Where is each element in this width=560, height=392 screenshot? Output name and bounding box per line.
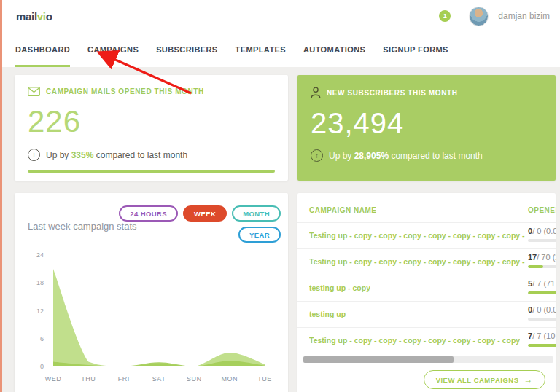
logo-text-part1: mail [16, 10, 37, 23]
y-tick-label: 12 [26, 307, 44, 315]
campaign-stats-chart-card: Last week campaign stats 24 HOURS WEEK M… [15, 193, 288, 392]
logo-text-part3: o [46, 10, 52, 23]
stat-card-title: CAMPAIGN MAILS OPENED THIS MONTH [46, 87, 204, 95]
open-rate-bar [528, 265, 556, 268]
chart-range-filters: 24 HOURS WEEK MONTH YEAR [119, 205, 281, 243]
view-all-campaigns-button[interactable]: VIEW ALL CAMPAIGNS → [424, 370, 545, 389]
area-chart [36, 250, 277, 372]
username[interactable]: damjan bizim [498, 11, 550, 21]
arrow-up-circle-icon: ↑ [311, 149, 323, 162]
table-row[interactable]: Testing up - copy - copy - copy - copy -… [298, 222, 556, 248]
stat-card-value: 226 [28, 106, 275, 137]
opened-cell: 17/ 70 (2 [528, 253, 556, 268]
opened-cell: 5/ 7 (71 [528, 279, 556, 294]
scrollbar-thumb[interactable] [303, 356, 454, 363]
table-header: CAMPAIGN NAME OPENED [298, 193, 556, 222]
filter-month-button[interactable]: MONTH [232, 205, 281, 222]
campaign-name-link[interactable]: testing up [309, 310, 346, 318]
main-nav: DASHBOARD CAMPAIGNS SUBSCRIBERS TEMPLATE… [0, 32, 560, 67]
person-icon [311, 87, 321, 98]
column-campaign-name: CAMPAIGN NAME [309, 206, 376, 214]
trend-text: Up by 28,905% compared to last month [329, 151, 483, 161]
open-rate-bar [528, 291, 556, 294]
nav-item-signup-forms[interactable]: SIGNUP FORMS [383, 32, 448, 67]
table-row[interactable]: Testing up - copy - copy - copy - copy -… [298, 327, 556, 353]
y-tick-label: 18 [26, 279, 44, 286]
campaigns-table-card: CAMPAIGN NAME OPENED Testing up - copy -… [298, 193, 556, 392]
x-tick-label: SUN [178, 375, 210, 383]
table-row[interactable]: testing up 0/ 0 (0.0 [298, 301, 556, 327]
open-rate-bar [528, 344, 556, 347]
y-tick-label: 24 [26, 251, 44, 259]
campaign-name-link[interactable]: Testing up - copy - copy - copy - copy -… [309, 231, 525, 240]
avatar[interactable] [469, 7, 489, 26]
arrow-right-icon: → [524, 375, 534, 385]
logo-text-part2: vi [37, 10, 46, 23]
x-tick-label: FRI [108, 375, 140, 383]
column-opened: OPENED [528, 206, 556, 214]
x-tick-label: WED [37, 375, 69, 383]
opened-cell: 0/ 0 (0.0 [528, 227, 556, 242]
trend-text: Up by 335% compared to last month [46, 150, 187, 160]
notification-badge[interactable]: 1 [439, 10, 451, 22]
y-tick-label: 6 [26, 335, 44, 342]
table-row[interactable]: testing up - copy 5/ 7 (71 [298, 275, 556, 301]
horizontal-scrollbar[interactable] [303, 356, 553, 363]
campaign-name-link[interactable]: Testing up - copy - copy - copy - copy -… [309, 336, 520, 345]
nav-item-campaigns[interactable]: CAMPAIGNS [88, 32, 139, 67]
table-row[interactable]: Testing up - copy - copy - copy - copy -… [298, 248, 556, 275]
opened-cell: 0/ 0 (0.0 [528, 305, 556, 321]
stat-card-title: NEW SUBSCRIBERS THIS MONTH [327, 89, 458, 97]
nav-item-subscribers[interactable]: SUBSCRIBERS [156, 32, 217, 67]
x-tick-label: TUE [249, 375, 281, 383]
top-header: mailvio 1 damjan bizim [0, 0, 560, 32]
mailvio-logo[interactable]: mailvio [16, 10, 52, 23]
x-tick-label: THU [72, 375, 104, 383]
stat-card-value: 23,494 [311, 109, 542, 138]
campaign-name-link[interactable]: testing up - copy [309, 283, 370, 292]
nav-item-dashboard[interactable]: DASHBOARD [15, 32, 70, 67]
campaign-name-link[interactable]: Testing up - copy - copy - copy - copy -… [309, 257, 525, 266]
stat-card-mails-opened: CAMPAIGN MAILS OPENED THIS MONTH 226 ↑ U… [15, 75, 288, 181]
x-tick-label: SAT [143, 375, 175, 383]
opened-cell: 7/ 7 (10 [528, 332, 556, 347]
open-rate-bar [528, 318, 556, 321]
stat-card-new-subscribers: NEW SUBSCRIBERS THIS MONTH 23,494 ↑ Up b… [298, 75, 556, 181]
x-tick-label: MON [214, 375, 246, 383]
window-edge-strip [0, 0, 2, 392]
arrow-up-circle-icon: ↑ [28, 149, 40, 161]
envelope-icon [28, 87, 40, 96]
nav-item-automations[interactable]: AUTOMATIONS [303, 32, 365, 67]
stat-card-accent-bar [28, 170, 275, 173]
y-tick-label: 0 [26, 363, 44, 370]
nav-item-templates[interactable]: TEMPLATES [236, 32, 286, 67]
filter-week-button[interactable]: WEEK [183, 205, 227, 222]
filter-year-button[interactable]: YEAR [238, 227, 281, 243]
open-rate-bar [528, 239, 556, 242]
filter-24-hours-button[interactable]: 24 HOURS [119, 205, 178, 222]
